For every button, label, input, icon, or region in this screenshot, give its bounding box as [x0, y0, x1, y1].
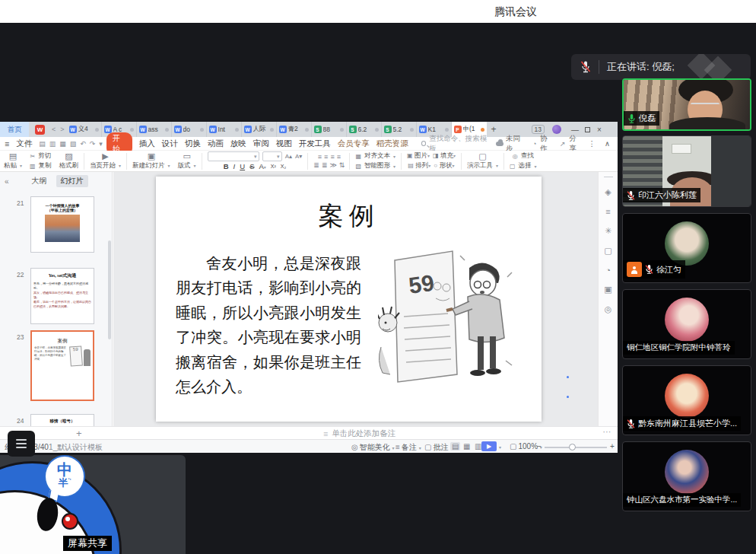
doc-tab[interactable]: Wdo: [172, 122, 207, 137]
menu-tab-view[interactable]: 视图: [276, 138, 292, 149]
slide-thumbnail-23-selected[interactable]: 案例 舍友小明，总是深夜跟朋友打电话，影响到小亮的睡眠，所以小亮跟小明发生了冲突…: [30, 330, 94, 401]
indent-icon[interactable]: ≫: [329, 161, 335, 169]
normal-view-icon[interactable]: ▤: [450, 442, 460, 451]
participant-tile[interactable]: 倪磊: [622, 78, 751, 131]
menu-tab-transition[interactable]: 切换: [185, 138, 201, 149]
doc-tab[interactable]: S5.2: [382, 122, 417, 137]
shape-button[interactable]: ○ 形状▾: [434, 161, 454, 170]
font-size-select[interactable]: ▾: [262, 151, 282, 161]
print-icon[interactable]: ▧: [70, 140, 77, 148]
hamburger-icon[interactable]: ≡: [5, 139, 9, 148]
tab-close-icon[interactable]: [235, 128, 239, 132]
notes-bar[interactable]: + ≡ 单击此处添加备注 ⋯: [0, 426, 618, 439]
current-slide[interactable]: 案例 舍友小明，总是深夜跟朋友打电话，影响到小亮的睡眠，所以小亮跟小明发生了冲突…: [156, 177, 542, 422]
tab-slides[interactable]: 幻灯片: [56, 175, 88, 187]
collapse-ribbon-icon[interactable]: ∧: [605, 139, 610, 148]
layout-button[interactable]: ▭ 版式▾: [174, 152, 200, 170]
close-button[interactable]: ×: [593, 126, 605, 134]
menu-tab-animation[interactable]: 动画: [208, 138, 224, 149]
self-view-tile[interactable]: 中 半˚' 屏幕共享: [0, 455, 186, 554]
timer-icon[interactable]: ◔: [605, 266, 611, 275]
menu-tab-devtools[interactable]: 开发工具: [299, 138, 331, 149]
align-right-icon[interactable]: ≡: [330, 153, 333, 161]
comment-button[interactable]: ▢批注: [423, 442, 448, 453]
redo-icon[interactable]: ↷: [90, 140, 96, 148]
more-dropdown-icon[interactable]: ▾: [99, 140, 103, 148]
panel-scrollbar[interactable]: [108, 240, 111, 339]
align-center-icon[interactable]: ≡: [324, 153, 327, 161]
participant-tile[interactable]: 徐江匀: [622, 213, 751, 283]
tab-home[interactable]: 首页: [0, 122, 29, 137]
number-list-icon[interactable]: ≣: [322, 161, 327, 169]
sorter-view-icon[interactable]: ▦: [462, 442, 472, 451]
strikethrough-button[interactable]: S: [249, 162, 254, 170]
bullet-list-icon[interactable]: ≣: [313, 161, 319, 169]
font-color-button[interactable]: A▾: [259, 162, 265, 170]
grow-font-icon[interactable]: A▴: [285, 152, 292, 161]
fill-button[interactable]: ◨ 填充▾: [433, 151, 456, 161]
arrange-button[interactable]: ▤ 排列▾: [408, 161, 430, 170]
notes-placeholder[interactable]: ≡ 单击此处添加备注: [323, 428, 395, 439]
select-button[interactable]: ▢选择▾: [510, 161, 537, 170]
tab-close-icon[interactable]: [375, 128, 379, 132]
tab-scroll-left-icon[interactable]: <: [52, 126, 56, 133]
tab-close-icon[interactable]: [95, 128, 99, 132]
italic-button[interactable]: I: [233, 162, 236, 170]
align-left-icon[interactable]: ≡: [318, 153, 321, 161]
tab-close-icon[interactable]: [270, 128, 274, 132]
superscript-button[interactable]: X²: [271, 164, 276, 169]
seal-tool-icon[interactable]: ◈: [605, 187, 611, 197]
tab-close-icon[interactable]: [165, 128, 169, 132]
tab-close-icon[interactable]: [200, 128, 204, 132]
doc-tab[interactable]: S6.2: [347, 122, 382, 137]
participant-tile[interactable]: 铜仁地区铜仁学院附中钟菩玲: [622, 289, 751, 359]
tab-scroll-right-icon[interactable]: >: [60, 126, 64, 133]
add-slide-button[interactable]: +: [76, 428, 82, 439]
tab-close-icon[interactable]: [410, 128, 414, 132]
insert-picture-button[interactable]: ▣ 图片▾: [407, 151, 430, 161]
find-button[interactable]: ◎查找: [513, 151, 534, 161]
menu-tab-insert[interactable]: 插入: [139, 138, 155, 149]
minimize-button[interactable]: —: [569, 126, 581, 134]
open-icon[interactable]: ▥: [49, 140, 56, 148]
underline-button[interactable]: U: [240, 162, 245, 170]
account-avatar[interactable]: [552, 125, 561, 134]
copy-button[interactable]: ▥复制: [30, 161, 52, 170]
maximize-button[interactable]: [581, 126, 593, 134]
menu-file[interactable]: 文件: [16, 138, 32, 149]
cut-button[interactable]: ✂剪切: [30, 151, 51, 161]
image-tool-icon[interactable]: ▣: [604, 285, 611, 295]
bold-button[interactable]: B: [224, 162, 229, 170]
notes-more-icon[interactable]: ⋯: [603, 427, 612, 436]
doc-tab[interactable]: S88: [312, 122, 347, 137]
align-text-button[interactable]: ▦对齐文本▾: [355, 151, 395, 161]
zoom-slider-knob[interactable]: [569, 444, 576, 451]
beautify-wand-icon[interactable]: ✳: [605, 226, 611, 236]
smart-graphic-button[interactable]: ▧智能图形▾: [355, 161, 395, 170]
participant-tile[interactable]: 印江六小陈利莲: [622, 135, 751, 207]
slide-export-icon[interactable]: ▢: [604, 246, 611, 256]
save-icon[interactable]: ▦: [59, 140, 66, 148]
tab-close-icon[interactable]: [305, 128, 309, 132]
settings-tool-icon[interactable]: ≡: [605, 207, 610, 216]
tab-count-badge[interactable]: 13: [532, 125, 545, 134]
menu-tab-docer[interactable]: 稻壳资源: [376, 138, 408, 149]
slide-thumbnail-24[interactable]: 移情（暗号） 个体在处理关系中: [30, 414, 94, 426]
zoom-out-button[interactable]: −: [537, 442, 542, 451]
tab-close-icon[interactable]: [130, 128, 134, 132]
help-icon[interactable]: ◎: [605, 304, 612, 314]
doc-tab[interactable]: W人际: [242, 122, 277, 137]
line-spacing-icon[interactable]: ⇅: [339, 161, 345, 169]
font-family-select[interactable]: ▾: [208, 151, 259, 161]
panel-collapse-icon[interactable]: «: [5, 177, 9, 186]
present-tools-button[interactable]: ▢ 演示工具▾: [463, 152, 502, 170]
align-justify-icon[interactable]: ≡: [337, 153, 340, 161]
play-dropdown-icon[interactable]: ▾: [499, 442, 501, 451]
zoom-in-button[interactable]: +: [610, 442, 615, 451]
notes-button[interactable]: ≡备注 ▾: [394, 442, 421, 453]
template-name[interactable]: 1_默认设计模板: [49, 442, 103, 453]
tab-close-icon[interactable]: [445, 128, 449, 132]
doc-tab[interactable]: W义4: [67, 122, 102, 137]
new-slide-button[interactable]: ▣ 新建幻灯片▾: [129, 152, 174, 170]
more-menu-icon[interactable]: ⋮: [589, 139, 596, 148]
